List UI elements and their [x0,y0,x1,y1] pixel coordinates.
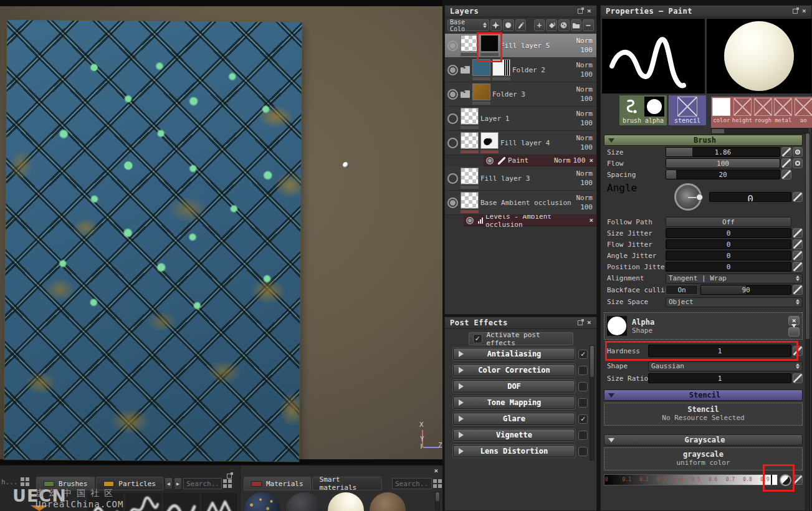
visibility-toggle-icon[interactable] [486,157,494,165]
effect-lens-distortion-checkbox[interactable] [578,447,588,456]
channel-rough[interactable]: rough [754,98,773,128]
layer-row-folder-3[interactable]: Folder 3 Norm 100 [445,82,596,107]
angle-slider[interactable]: 0 [709,192,791,202]
brush-thumbnail[interactable] [125,493,161,511]
materials-undock-icon[interactable] [227,474,232,479]
properties-scrollbar[interactable] [805,133,810,511]
effect-color-correction-checkbox[interactable] [578,366,588,375]
material-sphere-ornate[interactable] [244,492,280,511]
effect-row-paint[interactable]: Paint Norm 100 × [484,155,596,166]
folder-icon[interactable] [461,90,470,98]
effect-close-icon[interactable]: × [589,156,593,165]
activate-post-effects-row[interactable]: ✓ Activate post effects [469,332,573,345]
size-jitter-expression-icon[interactable] [793,228,803,238]
add-effect-sphere-icon[interactable] [558,19,570,31]
angle-expression-icon[interactable] [793,192,803,202]
effect-antialiasing-bar[interactable]: Antialiasing [453,348,575,360]
channel-ao[interactable]: ao [795,98,812,128]
alpha-shape-dropdown[interactable]: Gaussian [648,361,803,371]
effect-lens-distortion-bar[interactable]: Lens Distortion [453,445,575,457]
post-effects-close-icon[interactable]: × [587,320,591,326]
channels-horizontal-scrollbar[interactable] [711,128,808,134]
channel-filter-dropdown[interactable]: Base Colo [447,19,489,31]
angle-jitter-expression-icon[interactable] [793,251,803,260]
tab-smart-materials[interactable]: Smart materials [312,477,382,490]
material-thumbnail-strip[interactable] [244,492,431,511]
visibility-toggle-icon[interactable] [447,113,458,124]
size-slider[interactable]: 1.86 [666,147,780,157]
effect-vignette-bar[interactable]: Vignette [453,429,575,441]
size-ratio-slider[interactable]: 1 [648,373,791,383]
brush-thumbnail[interactable] [201,493,237,511]
angle-dial[interactable] [674,183,702,211]
effect-tone-mapping-checkbox[interactable] [578,398,588,408]
backface-culling-toggle[interactable]: On [666,285,698,295]
size-expression-icon[interactable] [781,147,791,157]
tool-slot-alpha[interactable]: alpha [643,97,666,124]
position-jitter-expression-icon[interactable] [793,262,803,272]
alignment-dropdown[interactable]: Tangent | Wrap [666,274,803,284]
backface-culling-slider[interactable]: 90 [700,285,791,295]
layer-row-fill-layer-5[interactable]: Fill layer 5 Norm 100 [445,34,596,58]
flow-slider[interactable]: 100 [666,158,780,168]
layers-undock-icon[interactable] [578,9,583,14]
effect-color-correction-bar[interactable]: Color Correction [453,364,575,376]
layer-mask-thumbnail[interactable] [480,132,499,149]
layer-thumbnail[interactable] [472,59,490,76]
visibility-toggle-icon[interactable] [447,198,458,208]
grayscale-gradient-slider[interactable]: 0 0.1 0.2 0.3 0.4 0.5 0.6 0.7 0.8 0.9 [604,474,778,485]
post-effects-scrollbar[interactable] [590,345,595,461]
grayscale-resource-picker[interactable]: grayscale uniform color [604,447,803,470]
layer-row-layer-1[interactable]: Layer 1 Norm 100 [445,107,596,131]
layer-thumbnail[interactable] [472,84,490,100]
size-pen-pressure-icon[interactable] [793,147,803,157]
grayscale-section-header[interactable]: Grayscale [604,434,803,446]
channel-height[interactable]: height [733,98,752,128]
layer-thumbnail[interactable] [461,168,479,184]
effect-opacity[interactable]: 100 [573,156,586,165]
layer-blend-mode[interactable]: Norm [576,37,593,45]
size-ratio-expression-icon[interactable] [793,373,803,383]
properties-undock-icon[interactable] [793,9,798,14]
tool-slot-stencil[interactable]: stencil [670,97,705,124]
layer-row-fill-layer-4[interactable]: Fill layer 4 Norm 100 [445,131,596,155]
size-space-dropdown[interactable]: Object [666,297,803,307]
grid-view-icon[interactable] [21,477,30,487]
layers-close-icon[interactable]: × [587,8,591,14]
materials-grid-view-icon[interactable] [433,479,442,489]
layer-material-thumbnail[interactable] [480,35,499,52]
effect-dof-checkbox[interactable] [578,382,588,391]
angle-jitter-slider[interactable]: 0 [666,251,791,260]
layer-row-fill-layer-3[interactable]: Fill layer 3 Norm 100 [445,166,596,191]
visibility-toggle-icon[interactable] [447,41,458,51]
hardness-expression-icon[interactable] [793,346,803,356]
layer-thumbnail[interactable] [461,108,479,125]
add-folder-icon[interactable] [571,19,582,31]
layer-thumbnail[interactable] [461,35,479,52]
brush-section-header[interactable]: Brush [604,135,803,146]
flow-jitter-expression-icon[interactable] [793,239,803,249]
layer-mask-thumbnail[interactable] [492,59,510,76]
flow-pen-pressure-icon[interactable] [793,158,803,168]
visibility-toggle-icon[interactable] [447,65,458,75]
viewport[interactable]: X Y Z [0,0,442,464]
layer-thumbnail[interactable] [461,192,479,209]
brushes-grid-view-icon[interactable] [223,479,232,489]
layer-thumbnail[interactable] [461,132,479,149]
layer-opacity[interactable]: 100 [580,46,593,54]
effect-glare-checkbox[interactable]: ✓ [578,414,588,424]
remove-layer-icon[interactable]: − [583,19,594,31]
material-sphere-cream[interactable] [328,492,364,511]
add-layer-icon[interactable]: + [534,19,545,31]
grayscale-expression-icon[interactable] [793,475,803,485]
flow-jitter-slider[interactable]: 0 [666,239,791,249]
material-sphere-dark[interactable] [286,492,322,511]
textured-mesh-plane[interactable] [4,20,302,461]
folder-icon[interactable] [461,66,470,74]
paint-splash-tool-icon[interactable] [490,19,502,31]
shape-circle-tool-icon[interactable] [503,19,514,31]
effect-blend-mode[interactable]: Norm [554,156,571,165]
channel-metal[interactable]: metal [774,98,793,128]
effect-tone-mapping-bar[interactable]: Tone Mapping [453,396,575,409]
effect-dof-bar[interactable]: DOF [453,380,575,393]
